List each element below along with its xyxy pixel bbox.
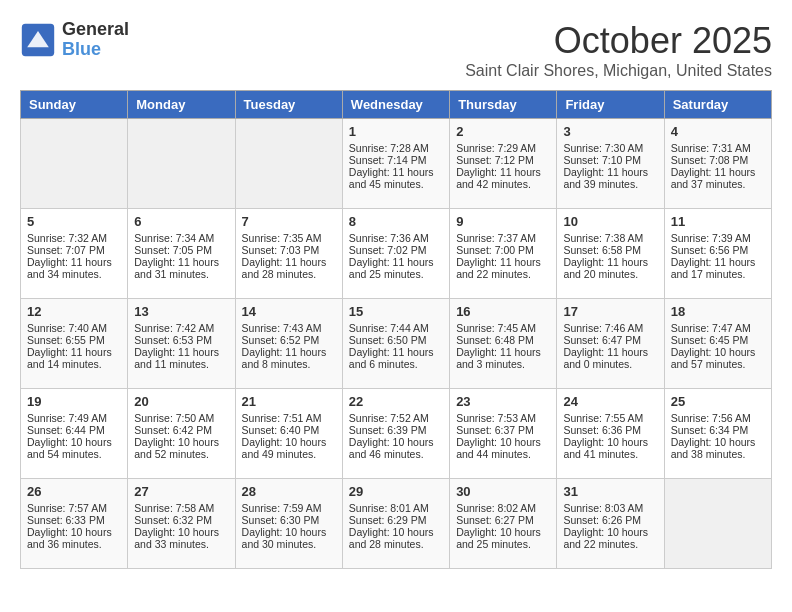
daylight-text: Daylight: 10 hours and 22 minutes. [563, 526, 657, 550]
sunset-text: Sunset: 6:37 PM [456, 424, 550, 436]
calendar-cell: 23Sunrise: 7:53 AMSunset: 6:37 PMDayligh… [450, 389, 557, 479]
sunrise-text: Sunrise: 7:37 AM [456, 232, 550, 244]
sunrise-text: Sunrise: 7:40 AM [27, 322, 121, 334]
sunrise-text: Sunrise: 7:50 AM [134, 412, 228, 424]
daylight-text: Daylight: 11 hours and 17 minutes. [671, 256, 765, 280]
sunrise-text: Sunrise: 7:51 AM [242, 412, 336, 424]
day-number: 7 [242, 214, 336, 229]
day-number: 2 [456, 124, 550, 139]
daylight-text: Daylight: 10 hours and 28 minutes. [349, 526, 443, 550]
day-number: 16 [456, 304, 550, 319]
day-number: 21 [242, 394, 336, 409]
sunrise-text: Sunrise: 7:46 AM [563, 322, 657, 334]
calendar-cell: 25Sunrise: 7:56 AMSunset: 6:34 PMDayligh… [664, 389, 771, 479]
daylight-text: Daylight: 11 hours and 37 minutes. [671, 166, 765, 190]
sunset-text: Sunset: 7:10 PM [563, 154, 657, 166]
logo-blue: Blue [62, 40, 129, 60]
calendar-cell: 20Sunrise: 7:50 AMSunset: 6:42 PMDayligh… [128, 389, 235, 479]
day-number: 1 [349, 124, 443, 139]
sunrise-text: Sunrise: 7:38 AM [563, 232, 657, 244]
sunset-text: Sunset: 6:34 PM [671, 424, 765, 436]
daylight-text: Daylight: 11 hours and 14 minutes. [27, 346, 121, 370]
day-number: 13 [134, 304, 228, 319]
sunrise-text: Sunrise: 7:47 AM [671, 322, 765, 334]
sunset-text: Sunset: 6:32 PM [134, 514, 228, 526]
day-number: 15 [349, 304, 443, 319]
calendar-cell: 26Sunrise: 7:57 AMSunset: 6:33 PMDayligh… [21, 479, 128, 569]
sunset-text: Sunset: 6:30 PM [242, 514, 336, 526]
sunset-text: Sunset: 7:00 PM [456, 244, 550, 256]
calendar-cell: 16Sunrise: 7:45 AMSunset: 6:48 PMDayligh… [450, 299, 557, 389]
sunset-text: Sunset: 6:29 PM [349, 514, 443, 526]
calendar-week-row: 1Sunrise: 7:28 AMSunset: 7:14 PMDaylight… [21, 119, 772, 209]
calendar-week-row: 5Sunrise: 7:32 AMSunset: 7:07 PMDaylight… [21, 209, 772, 299]
daylight-text: Daylight: 11 hours and 3 minutes. [456, 346, 550, 370]
daylight-text: Daylight: 11 hours and 22 minutes. [456, 256, 550, 280]
sunset-text: Sunset: 6:52 PM [242, 334, 336, 346]
day-number: 14 [242, 304, 336, 319]
sunset-text: Sunset: 7:05 PM [134, 244, 228, 256]
calendar-cell: 3Sunrise: 7:30 AMSunset: 7:10 PMDaylight… [557, 119, 664, 209]
day-number: 10 [563, 214, 657, 229]
sunrise-text: Sunrise: 7:53 AM [456, 412, 550, 424]
sunset-text: Sunset: 6:50 PM [349, 334, 443, 346]
daylight-text: Daylight: 10 hours and 49 minutes. [242, 436, 336, 460]
calendar-cell: 30Sunrise: 8:02 AMSunset: 6:27 PMDayligh… [450, 479, 557, 569]
sunset-text: Sunset: 6:45 PM [671, 334, 765, 346]
sunrise-text: Sunrise: 7:29 AM [456, 142, 550, 154]
calendar-cell: 29Sunrise: 8:01 AMSunset: 6:29 PMDayligh… [342, 479, 449, 569]
weekday-header-wednesday: Wednesday [342, 91, 449, 119]
day-number: 3 [563, 124, 657, 139]
weekday-header-tuesday: Tuesday [235, 91, 342, 119]
weekday-header-friday: Friday [557, 91, 664, 119]
sunrise-text: Sunrise: 7:42 AM [134, 322, 228, 334]
sunset-text: Sunset: 6:26 PM [563, 514, 657, 526]
calendar-cell [664, 479, 771, 569]
sunrise-text: Sunrise: 7:30 AM [563, 142, 657, 154]
daylight-text: Daylight: 11 hours and 0 minutes. [563, 346, 657, 370]
daylight-text: Daylight: 10 hours and 36 minutes. [27, 526, 121, 550]
calendar-cell [21, 119, 128, 209]
sunset-text: Sunset: 6:33 PM [27, 514, 121, 526]
logo-text: General Blue [62, 20, 129, 60]
day-number: 4 [671, 124, 765, 139]
day-number: 5 [27, 214, 121, 229]
sunrise-text: Sunrise: 7:59 AM [242, 502, 336, 514]
weekday-header-row: SundayMondayTuesdayWednesdayThursdayFrid… [21, 91, 772, 119]
day-number: 19 [27, 394, 121, 409]
daylight-text: Daylight: 11 hours and 8 minutes. [242, 346, 336, 370]
daylight-text: Daylight: 10 hours and 41 minutes. [563, 436, 657, 460]
sunset-text: Sunset: 6:58 PM [563, 244, 657, 256]
calendar-week-row: 19Sunrise: 7:49 AMSunset: 6:44 PMDayligh… [21, 389, 772, 479]
sunrise-text: Sunrise: 7:34 AM [134, 232, 228, 244]
sunrise-text: Sunrise: 7:39 AM [671, 232, 765, 244]
sunset-text: Sunset: 6:39 PM [349, 424, 443, 436]
daylight-text: Daylight: 10 hours and 46 minutes. [349, 436, 443, 460]
day-number: 6 [134, 214, 228, 229]
daylight-text: Daylight: 10 hours and 52 minutes. [134, 436, 228, 460]
calendar-cell: 9Sunrise: 7:37 AMSunset: 7:00 PMDaylight… [450, 209, 557, 299]
calendar-cell: 31Sunrise: 8:03 AMSunset: 6:26 PMDayligh… [557, 479, 664, 569]
calendar-cell: 11Sunrise: 7:39 AMSunset: 6:56 PMDayligh… [664, 209, 771, 299]
calendar-cell: 17Sunrise: 7:46 AMSunset: 6:47 PMDayligh… [557, 299, 664, 389]
day-number: 27 [134, 484, 228, 499]
sunset-text: Sunset: 6:27 PM [456, 514, 550, 526]
sunrise-text: Sunrise: 7:36 AM [349, 232, 443, 244]
sunrise-text: Sunrise: 7:31 AM [671, 142, 765, 154]
day-number: 9 [456, 214, 550, 229]
calendar-cell: 13Sunrise: 7:42 AMSunset: 6:53 PMDayligh… [128, 299, 235, 389]
day-number: 28 [242, 484, 336, 499]
logo: General Blue [20, 20, 129, 60]
day-number: 23 [456, 394, 550, 409]
sunset-text: Sunset: 6:44 PM [27, 424, 121, 436]
daylight-text: Daylight: 10 hours and 57 minutes. [671, 346, 765, 370]
calendar-week-row: 12Sunrise: 7:40 AMSunset: 6:55 PMDayligh… [21, 299, 772, 389]
calendar-week-row: 26Sunrise: 7:57 AMSunset: 6:33 PMDayligh… [21, 479, 772, 569]
sunset-text: Sunset: 7:08 PM [671, 154, 765, 166]
sunset-text: Sunset: 6:53 PM [134, 334, 228, 346]
sunrise-text: Sunrise: 7:43 AM [242, 322, 336, 334]
daylight-text: Daylight: 11 hours and 20 minutes. [563, 256, 657, 280]
calendar-cell [128, 119, 235, 209]
day-number: 25 [671, 394, 765, 409]
calendar-cell: 12Sunrise: 7:40 AMSunset: 6:55 PMDayligh… [21, 299, 128, 389]
